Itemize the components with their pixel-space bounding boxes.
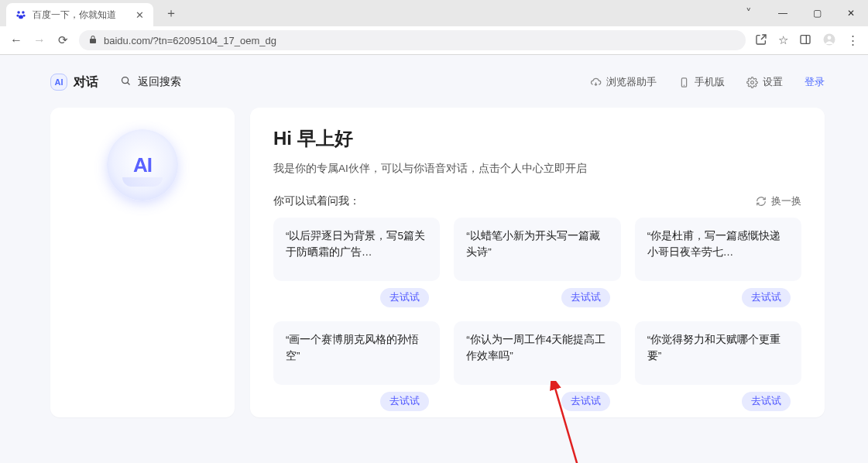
prompt-text: “以后羿逐日为背景，写5篇关于防晒霜的广告… [286,228,427,261]
content-row: AI Hi 早上好 我是你的专属AI伙伴，可以与你语音对话，点击个人中心立即开启… [50,108,868,417]
svg-point-0 [17,11,20,14]
svg-point-13 [751,81,754,84]
brand[interactable]: AI 对话 [50,74,98,91]
refresh-prompts-button[interactable]: 换一换 [756,194,801,208]
prompt-text: “以蜡笔小新为开头写一篇藏头诗” [466,228,608,261]
login-link[interactable]: 登录 [805,75,825,89]
tab-overflow-icon[interactable]: ˅ [732,0,766,26]
main-card: Hi 早上好 我是你的专属AI伙伴，可以与你语音对话，点击个人中心立即开启 你可… [250,108,825,417]
prompt-text: “画一个赛博朋克风格的孙悟空” [286,332,427,365]
prompt-card[interactable]: “画一个赛博朋克风格的孙悟空”去试试 [273,321,440,385]
svg-point-3 [23,15,26,17]
sidebar-card: AI [50,108,235,417]
browser-chrome: 百度一下，你就知道 ✕ ＋ ˅ — ▢ ✕ ← → ⟳ baidu.com/?t… [0,0,868,55]
svg-point-4 [19,15,23,19]
prompt-card[interactable]: “你觉得努力和天赋哪个更重要”去试试 [635,321,801,385]
phone-icon [678,77,690,88]
svg-rect-5 [801,35,810,43]
prompt-grid: “以后羿逐日为背景，写5篇关于防晒霜的广告…去试试“以蜡笔小新为开头写一篇藏头诗… [273,218,801,385]
share-icon[interactable] [755,33,767,48]
side-panel-icon[interactable] [799,33,811,48]
tab-close-icon[interactable]: ✕ [136,9,144,21]
try-it-button[interactable]: 去试试 [561,392,610,411]
prompt-text: “你觉得努力和天赋哪个更重要” [647,332,789,365]
mobile-version-link[interactable]: 手机版 [678,75,725,89]
page: AI 对话 返回搜索 浏览器助手 手机版 [0,55,868,463]
try-it-button[interactable]: 去试试 [742,392,791,411]
new-tab-button[interactable]: ＋ [161,5,181,22]
settings-link[interactable]: 设置 [746,75,783,89]
refresh-icon [756,196,767,207]
page-top-bar: AI 对话 返回搜索 浏览器助手 手机版 [50,64,868,100]
browser-tab[interactable]: 百度一下，你就知道 ✕ [6,3,153,26]
url-text: baidu.com/?tn=62095104_17_oem_dg [104,35,276,46]
browser-helper-link[interactable]: 浏览器助手 [590,75,657,89]
prompt-card[interactable]: “你认为一周工作4天能提高工作效率吗”去试试 [454,321,620,385]
prompt-card[interactable]: “以蜡笔小新为开头写一篇藏头诗”去试试 [454,218,620,281]
nav-reload-button[interactable]: ⟳ [56,33,70,47]
tab-strip: 百度一下，你就知道 ✕ ＋ ˅ — ▢ ✕ [0,0,868,26]
try-it-button[interactable]: 去试试 [742,288,791,307]
address-bar: ← → ⟳ baidu.com/?tn=62095104_17_oem_dg ☆… [0,26,868,54]
svg-line-10 [128,83,130,85]
prompt-card[interactable]: “以后羿逐日为背景，写5篇关于防晒霜的广告…去试试 [273,218,440,281]
ai-badge-icon: AI [50,74,67,91]
svg-point-2 [16,15,19,17]
window-minimize-button[interactable]: — [766,0,800,26]
back-to-search-label: 返回搜索 [138,75,181,89]
svg-point-1 [22,11,25,14]
window-maximize-button[interactable]: ▢ [800,0,834,26]
bookmark-star-icon[interactable]: ☆ [778,33,788,47]
try-it-button[interactable]: 去试试 [380,392,429,411]
ai-logo-text: AI [133,153,152,177]
brand-label: 对话 [74,74,98,91]
baidu-paw-icon [15,9,26,20]
gear-icon [746,77,758,88]
cloud-download-icon [590,77,602,88]
prompt-card[interactable]: “你是杜甫，写一篇感慨快递小哥日夜辛劳七…去试试 [635,218,801,281]
try-label: 你可以试着问我： [273,194,360,208]
top-right-links: 浏览器助手 手机版 设置 登录 [590,75,868,89]
tab-title: 百度一下，你就知道 [33,9,116,22]
kebab-menu-icon[interactable]: ⋮ [847,33,859,47]
browser-helper-label: 浏览器助手 [606,75,657,89]
search-icon [120,75,132,89]
try-it-button[interactable]: 去试试 [380,288,429,307]
url-input[interactable]: baidu.com/?tn=62095104_17_oem_dg [79,30,746,50]
toolbar-right: ☆ ⋮ [755,33,859,49]
nav-forward-button[interactable]: → [33,33,46,47]
settings-label: 设置 [763,75,783,89]
ai-logo: AI [107,129,178,201]
svg-point-9 [122,77,129,84]
mobile-version-label: 手机版 [695,75,725,89]
svg-point-8 [828,36,832,39]
prompt-text: “你认为一周工作4天能提高工作效率吗” [466,332,608,365]
greeting: Hi 早上好 [273,126,801,151]
try-it-button[interactable]: 去试试 [561,288,610,307]
window-controls: ˅ — ▢ ✕ [732,0,868,26]
profile-icon[interactable] [822,33,836,49]
nav-back-button[interactable]: ← [9,33,23,47]
subtitle: 我是你的专属AI伙伴，可以与你语音对话，点击个人中心立即开启 [273,162,801,176]
refresh-label: 换一换 [771,194,801,208]
try-row: 你可以试着问我： 换一换 [273,194,801,208]
window-close-button[interactable]: ✕ [834,0,868,26]
lock-icon [88,35,98,46]
prompt-text: “你是杜甫，写一篇感慨快递小哥日夜辛劳七… [647,228,789,261]
back-to-search-button[interactable]: 返回搜索 [120,75,181,89]
